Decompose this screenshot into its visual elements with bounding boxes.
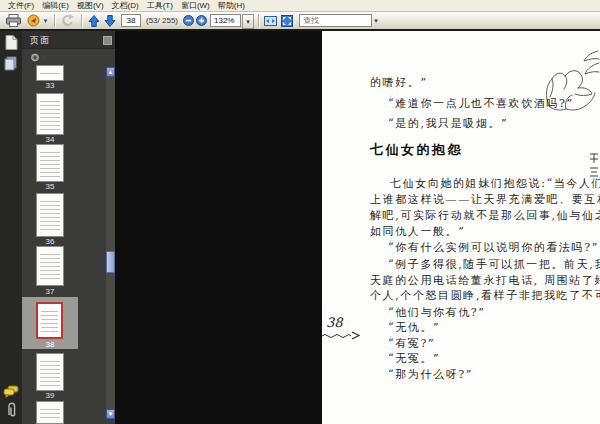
paperclip-icon <box>6 402 17 419</box>
panel-close-button[interactable] <box>103 36 112 45</box>
search-input[interactable] <box>299 14 372 27</box>
zoom-level-input[interactable] <box>210 14 241 27</box>
chevron-down-icon: ▾ <box>246 18 250 25</box>
zoom-dropdown-button[interactable]: ▾ <box>242 14 254 29</box>
toolbar: ▾ (53/ 255) <box>0 12 600 29</box>
text-line: 天庭的公用电话给董永打电话, 周围站了好几 <box>370 273 600 288</box>
zoom-out-icon <box>183 15 194 26</box>
pages-panel: 页面 ▾ 33 34 35 36 37 38 39 ▲ <box>22 31 115 424</box>
stacked-pages-icon <box>4 56 18 71</box>
text-line: 个人,个个怒目圆睁,看样子非把我吃了不可。” <box>370 288 600 303</box>
thumbnail-label: 34 <box>36 135 64 144</box>
fit-width-button[interactable] <box>263 13 277 28</box>
text-line: 解吧,可实际行动就不是那么回事,仙与仙之间 <box>370 208 600 223</box>
comments-tab[interactable] <box>3 383 19 399</box>
previous-view-button[interactable] <box>60 13 76 28</box>
next-page-button[interactable] <box>103 13 117 28</box>
selected-thumbnail-highlight: 38 <box>22 297 78 349</box>
thumbnail-label: 38 <box>36 340 64 349</box>
comments-icon <box>3 385 19 398</box>
export-icon <box>27 14 41 27</box>
thumbnail-label: 37 <box>36 287 64 296</box>
thumbnail-label: 35 <box>36 182 64 191</box>
thumbnail-label: 36 <box>36 237 64 246</box>
text-line: “难道你一点儿也不喜欢饮酒吗?” <box>388 96 574 111</box>
page-edge-mark <box>588 151 600 179</box>
text-line: 上谁都这样说——让天界充满爱吧、要互相理 <box>370 192 600 207</box>
scroll-up-button[interactable]: ▲ <box>106 67 115 77</box>
fit-width-icon <box>264 15 277 27</box>
zoom-out-button[interactable] <box>182 13 194 28</box>
thumbnail-page-39[interactable] <box>36 353 64 391</box>
thumbnail-page-35[interactable] <box>36 144 64 182</box>
menu-edit[interactable]: 编辑(E) <box>38 0 73 11</box>
app-window: 文件(F) 编辑(E) 视图(V) 文档(D) 工具(T) 窗口(W) 帮助(H… <box>0 0 600 424</box>
layers-tab[interactable] <box>3 55 19 71</box>
thumbnail-page-36[interactable] <box>36 193 64 237</box>
pages-panel-title: 页面 <box>30 34 50 47</box>
text-line: “无冤。” <box>388 351 440 366</box>
text-line: “你有什么实例可以说明你的看法吗?” <box>388 240 599 255</box>
thumbnail-page-33[interactable] <box>36 65 64 81</box>
scrollbar-thumb[interactable] <box>106 251 115 273</box>
section-heading: 七仙女的抱怨 <box>370 141 463 159</box>
thumbnails-scrollbar[interactable]: ▲ ▼ <box>106 67 115 419</box>
print-button[interactable] <box>5 13 21 28</box>
menu-tools[interactable]: 工具(T) <box>143 0 177 11</box>
thumbnail-page-38-selected[interactable] <box>36 302 63 339</box>
zoom-in-button[interactable] <box>195 13 207 28</box>
export-button[interactable] <box>26 13 42 28</box>
text-line: 七仙女向她的姐妹们抱怨说:“当今人们嘴 <box>390 176 600 191</box>
menu-file[interactable]: 文件(F) <box>4 0 38 11</box>
text-line: “例子多得很,随手可以抓一把。前天,我用 <box>388 257 600 272</box>
attachments-tab[interactable] <box>3 402 19 418</box>
menu-view[interactable]: 视图(V) <box>73 0 108 11</box>
options-gear-icon <box>30 52 42 63</box>
zoom-in-icon <box>196 15 207 26</box>
thumbnail-label: 39 <box>36 391 64 400</box>
panel-options-button[interactable]: ▾ <box>30 51 46 63</box>
text-line: “是的,我只是吸烟。” <box>388 116 508 131</box>
page-number-input[interactable] <box>121 14 141 27</box>
menu-window[interactable]: 窗口(W) <box>177 0 214 11</box>
print-icon <box>6 14 21 27</box>
pages-tab[interactable] <box>3 34 19 50</box>
printed-page-number: 38 <box>326 315 343 330</box>
menu-help[interactable]: 帮助(H) <box>214 0 249 11</box>
page-count-label: (53/ 255) <box>146 16 178 25</box>
page-up-icon <box>88 15 100 27</box>
text-line: “他们与你有仇?” <box>388 305 486 320</box>
text-line: “那为什么呀?” <box>388 367 473 382</box>
export-dropdown-caret[interactable]: ▾ <box>42 13 49 28</box>
search-dropdown-caret[interactable]: ▾ <box>372 13 380 28</box>
text-line: “无仇。” <box>388 320 440 335</box>
thumbnail-page-37[interactable] <box>36 246 64 286</box>
thumbnail-label: 33 <box>36 81 64 90</box>
pages-panel-header: 页面 <box>22 31 115 49</box>
menu-bar: 文件(F) 编辑(E) 视图(V) 文档(D) 工具(T) 窗口(W) 帮助(H… <box>0 0 600 12</box>
navigation-tab-strip <box>0 31 23 424</box>
text-line: “有冤?” <box>388 336 435 351</box>
page-thumbnail-icon <box>5 35 18 50</box>
previous-page-button[interactable] <box>87 13 101 28</box>
chevron-down-icon: ▾ <box>42 54 46 61</box>
thumbnail-page-40-partial[interactable] <box>36 401 64 424</box>
fit-page-icon <box>281 15 293 27</box>
thumbnail-page-34[interactable] <box>36 93 64 135</box>
page-down-icon <box>104 15 116 27</box>
text-line: 如同仇人一般。” <box>370 224 465 239</box>
document-page[interactable]: 的嗜好。” “难道你一点儿也不喜欢饮酒吗?” “是的,我只是吸烟。” 七仙女的抱… <box>322 31 600 424</box>
text-line: 的嗜好。” <box>370 75 428 90</box>
fit-page-button[interactable] <box>280 13 294 28</box>
menu-document[interactable]: 文档(D) <box>108 0 143 11</box>
page-number-arrow-doodle <box>322 331 360 340</box>
previous-view-icon <box>61 14 75 27</box>
scroll-down-button[interactable]: ▼ <box>106 409 115 419</box>
sketch-illustration <box>540 45 600 127</box>
